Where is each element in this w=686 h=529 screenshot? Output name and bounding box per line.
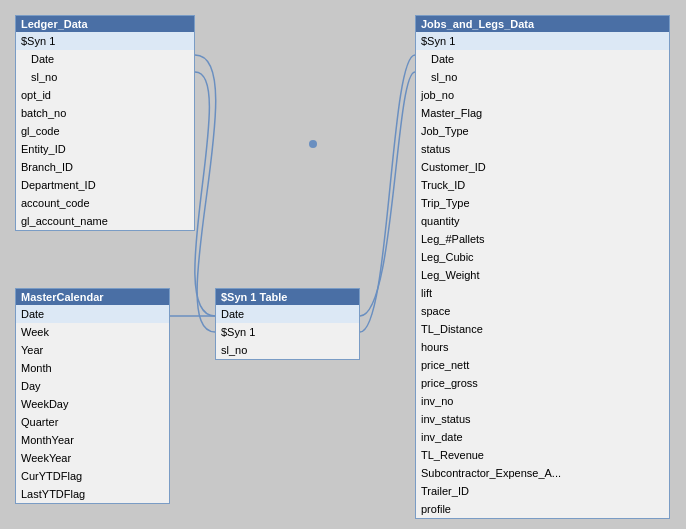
- table-row: Leg_Weight: [416, 266, 669, 284]
- table-row: $Syn 1: [216, 323, 359, 341]
- table-row: Leg_#Pallets: [416, 230, 669, 248]
- table-row: Subcontractor_Expense_A...: [416, 464, 669, 482]
- table-row: batch_no: [16, 104, 194, 122]
- table-row: Branch_ID: [16, 158, 194, 176]
- table-row: gl_account_name: [16, 212, 194, 230]
- table-row: lift: [416, 284, 669, 302]
- table-row: Entity_ID: [16, 140, 194, 158]
- table-row: opt_id: [16, 86, 194, 104]
- table-row: sl_no: [416, 68, 669, 86]
- table-row: Master_Flag: [416, 104, 669, 122]
- table-row: hours: [416, 338, 669, 356]
- table-row: Quarter: [16, 413, 169, 431]
- table-row: Job_Type: [416, 122, 669, 140]
- table-row: Month: [16, 359, 169, 377]
- table-row: LastYTDFlag: [16, 485, 169, 503]
- table-row: $Syn 1: [416, 32, 669, 50]
- table-row: WeekYear: [16, 449, 169, 467]
- table-row: Department_ID: [16, 176, 194, 194]
- ssyn1-header: $Syn 1 Table: [216, 289, 359, 305]
- table-row: job_no: [416, 86, 669, 104]
- table-row: quantity: [416, 212, 669, 230]
- master-calendar-header: MasterCalendar: [16, 289, 169, 305]
- table-row: gl_code: [16, 122, 194, 140]
- table-row: Truck_ID: [416, 176, 669, 194]
- master-calendar-table[interactable]: MasterCalendar Date Week Year Month Day …: [15, 288, 170, 504]
- ssyn1-table[interactable]: $Syn 1 Table Date $Syn 1 sl_no: [215, 288, 360, 360]
- table-row: Date: [416, 50, 669, 68]
- table-row: price_gross: [416, 374, 669, 392]
- table-row: Year: [16, 341, 169, 359]
- table-row: Day: [16, 377, 169, 395]
- table-row: Trip_Type: [416, 194, 669, 212]
- ledger-data-header: Ledger_Data: [16, 16, 194, 32]
- table-row: account_code: [16, 194, 194, 212]
- table-row: TL_Revenue: [416, 446, 669, 464]
- table-row: MonthYear: [16, 431, 169, 449]
- jobs-legs-table[interactable]: Jobs_and_Legs_Data $Syn 1 Date sl_no job…: [415, 15, 670, 519]
- table-row: Trailer_ID: [416, 482, 669, 500]
- table-row: inv_status: [416, 410, 669, 428]
- table-row: price_nett: [416, 356, 669, 374]
- table-row: Date: [16, 50, 194, 68]
- table-row: inv_no: [416, 392, 669, 410]
- table-row: sl_no: [216, 341, 359, 359]
- table-row: Customer_ID: [416, 158, 669, 176]
- table-row: CurYTDFlag: [16, 467, 169, 485]
- table-row: WeekDay: [16, 395, 169, 413]
- table-row: status: [416, 140, 669, 158]
- diagram-canvas: Ledger_Data $Syn 1 Date sl_no opt_id bat…: [0, 0, 686, 529]
- ledger-data-table[interactable]: Ledger_Data $Syn 1 Date sl_no opt_id bat…: [15, 15, 195, 231]
- jobs-legs-header: Jobs_and_Legs_Data: [416, 16, 669, 32]
- table-row: sl_no: [16, 68, 194, 86]
- table-row: Date: [216, 305, 359, 323]
- table-row: profile: [416, 500, 669, 518]
- svg-point-1: [309, 140, 317, 148]
- table-row: Leg_Cubic: [416, 248, 669, 266]
- table-row: space: [416, 302, 669, 320]
- table-row: TL_Distance: [416, 320, 669, 338]
- table-row: Week: [16, 323, 169, 341]
- table-row: Date: [16, 305, 169, 323]
- table-row: inv_date: [416, 428, 669, 446]
- table-row: $Syn 1: [16, 32, 194, 50]
